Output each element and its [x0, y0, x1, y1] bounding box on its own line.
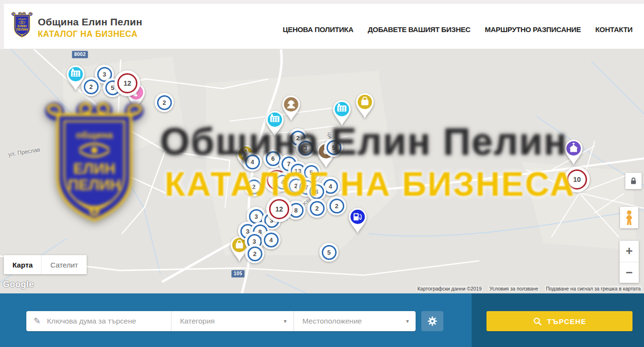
map-type-control: Карта Сателит	[4, 255, 87, 274]
crest-text-top: община	[18, 18, 26, 20]
street-view-pegman[interactable]	[620, 207, 638, 228]
pegman-icon	[624, 210, 634, 226]
crest-text-line2: ПЕЛИН	[16, 28, 28, 31]
google-logo: Google	[3, 280, 34, 290]
search-icon	[533, 317, 542, 326]
cluster-marker[interactable]: 2	[245, 244, 264, 263]
map-type-satellite-button[interactable]: Сателит	[41, 255, 87, 274]
search-button-label: ТЪРСЕНЕ	[547, 317, 587, 325]
site-logo[interactable]: община ЕЛИН ПЕЛИН Община Елин Пелин КАТА…	[11, 12, 142, 41]
cluster-marker[interactable]: 4	[261, 230, 281, 249]
crest-text-line1: ЕЛИН	[18, 24, 27, 28]
category-select-value: Категория	[180, 317, 215, 325]
svg-text:ЕЛИН: ЕЛИН	[73, 160, 115, 177]
zoom-out-button[interactable]: −	[620, 262, 639, 283]
gear-icon	[427, 316, 438, 326]
municipality-crest-icon: община ЕЛИН ПЕЛИН	[11, 12, 34, 41]
search-fields: ✎ Категория ▾ Местоположение ▾	[26, 311, 416, 331]
keyword-field[interactable]: ✎	[26, 311, 171, 331]
location-select[interactable]: Местоположение ▾	[294, 311, 416, 331]
keyword-input[interactable]	[46, 316, 165, 326]
nav-contacts[interactable]: КОНТАКТИ	[595, 25, 633, 34]
svg-text:ПЕЛИН: ПЕЛИН	[68, 177, 121, 193]
location-select-value: Местоположение	[303, 317, 362, 325]
watermark-crest: община ЕЛИН ПЕЛИН	[40, 102, 149, 236]
lock-control[interactable]	[625, 173, 642, 189]
map-attribution: Картографски данни ©2019 Условия за полз…	[417, 286, 642, 291]
cluster-marker[interactable]: 5	[319, 243, 339, 262]
main-nav: ЦЕНОВА ПОЛИТИКА ДОБАВЕТЕ ВАШИЯТ БИЗНЕС М…	[283, 4, 633, 49]
nav-pricing[interactable]: ЦЕНОВА ПОЛИТИКА	[283, 25, 353, 34]
lock-icon	[629, 177, 638, 185]
left-strip	[0, 0, 4, 49]
watermark-subtitle: КАТАЛОГ НА БИЗНЕСА	[165, 168, 576, 201]
site-header: община ЕЛИН ПЕЛИН Община Елин Пелин КАТА…	[0, 0, 644, 49]
cluster-marker[interactable]: 2	[81, 77, 101, 96]
attribution-copyright: Картографски данни ©2019	[417, 286, 483, 291]
nav-add-business[interactable]: ДОБАВЕТЕ ВАШИЯТ БИЗНЕС	[368, 25, 470, 34]
svg-text:община: община	[76, 130, 113, 140]
fuel-pin[interactable]	[347, 207, 368, 237]
attribution-report-link[interactable]: Подаване на сигнал за грешка в картата	[545, 286, 642, 291]
site-title: Община Елин Пелин	[38, 16, 142, 28]
search-button[interactable]: ТЪРСЕНЕ	[486, 311, 633, 331]
watermark-title: Община Елин Пелин	[160, 123, 568, 161]
map-type-map-button[interactable]: Карта	[4, 255, 41, 274]
top-strip	[0, 0, 644, 4]
google-map[interactable]: 8002105ул. Преславбул. „Новоселции	[0, 49, 644, 293]
nav-bus-schedule[interactable]: МАРШРУТНО РАЗПИСАНИЕ	[485, 25, 581, 34]
cluster-marker[interactable]: 12	[114, 70, 140, 96]
pencil-icon: ✎	[34, 317, 41, 325]
site-subtitle: КАТАЛОГ НА БИЗНЕСА	[38, 29, 142, 39]
zoom-in-button[interactable]: +	[620, 241, 639, 262]
advanced-settings-button[interactable]	[421, 311, 443, 331]
search-bar: ✎ Категория ▾ Местоположение ▾	[0, 293, 644, 347]
category-select[interactable]: Категория ▾	[171, 311, 294, 331]
bag-pin[interactable]	[354, 92, 375, 122]
zoom-control: + −	[620, 241, 639, 283]
cluster-marker[interactable]: 2	[155, 93, 174, 112]
attribution-terms-link[interactable]: Условия за ползване	[488, 286, 539, 291]
chevron-down-icon: ▾	[283, 318, 286, 325]
chevron-down-icon: ▾	[406, 318, 409, 325]
